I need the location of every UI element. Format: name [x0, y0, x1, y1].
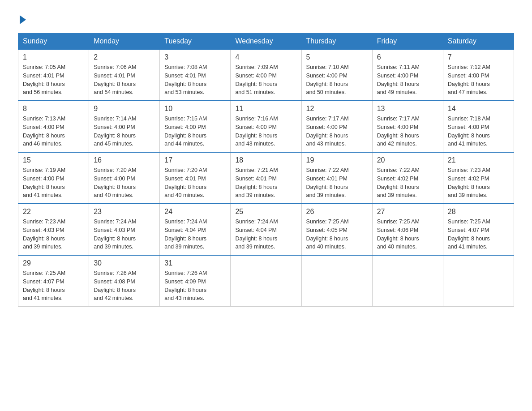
- day-info: Sunrise: 7:23 AMSunset: 4:02 PMDaylight:…: [448, 166, 509, 200]
- day-info: Sunrise: 7:06 AMSunset: 4:01 PMDaylight:…: [94, 63, 155, 97]
- calendar-cell: 2 Sunrise: 7:06 AMSunset: 4:01 PMDayligh…: [89, 49, 160, 101]
- calendar-cell: 22 Sunrise: 7:23 AMSunset: 4:03 PMDaylig…: [18, 204, 89, 255]
- day-info: Sunrise: 7:20 AMSunset: 4:00 PMDaylight:…: [94, 166, 155, 200]
- weekday-header-wednesday: Wednesday: [231, 34, 301, 50]
- weekday-header-thursday: Thursday: [301, 34, 372, 50]
- day-info: Sunrise: 7:09 AMSunset: 4:00 PMDaylight:…: [235, 63, 296, 97]
- day-number: 29: [23, 259, 84, 267]
- calendar-cell: 28 Sunrise: 7:25 AMSunset: 4:07 PMDaylig…: [443, 204, 514, 255]
- weekday-header-friday: Friday: [372, 34, 443, 50]
- calendar-cell: 7 Sunrise: 7:12 AMSunset: 4:00 PMDayligh…: [443, 49, 514, 101]
- day-number: 12: [306, 105, 368, 113]
- calendar-cell: 26 Sunrise: 7:25 AMSunset: 4:05 PMDaylig…: [301, 204, 372, 255]
- day-number: 15: [23, 156, 84, 164]
- day-info: Sunrise: 7:15 AMSunset: 4:00 PMDaylight:…: [164, 115, 226, 148]
- calendar-cell: 3 Sunrise: 7:08 AMSunset: 4:01 PMDayligh…: [160, 49, 231, 101]
- day-info: Sunrise: 7:21 AMSunset: 4:01 PMDaylight:…: [235, 166, 296, 200]
- calendar-cell: [301, 255, 372, 307]
- day-number: 20: [377, 156, 438, 164]
- day-info: Sunrise: 7:24 AMSunset: 4:04 PMDaylight:…: [164, 218, 226, 251]
- calendar-table: SundayMondayTuesdayWednesdayThursdayFrid…: [18, 33, 514, 307]
- day-number: 1: [23, 53, 84, 61]
- day-number: 2: [94, 53, 155, 61]
- calendar-cell: 20 Sunrise: 7:22 AMSunset: 4:02 PMDaylig…: [372, 152, 443, 204]
- day-number: 13: [377, 105, 438, 113]
- day-info: Sunrise: 7:16 AMSunset: 4:00 PMDaylight:…: [235, 115, 296, 148]
- calendar-cell: 14 Sunrise: 7:18 AMSunset: 4:00 PMDaylig…: [443, 101, 514, 152]
- day-number: 25: [235, 208, 296, 216]
- calendar-cell: 11 Sunrise: 7:16 AMSunset: 4:00 PMDaylig…: [231, 101, 301, 152]
- day-number: 3: [164, 53, 226, 61]
- day-number: 26: [306, 208, 368, 216]
- page-header: [18, 13, 514, 24]
- calendar-cell: 21 Sunrise: 7:23 AMSunset: 4:02 PMDaylig…: [443, 152, 514, 204]
- day-info: Sunrise: 7:13 AMSunset: 4:00 PMDaylight:…: [23, 115, 84, 148]
- calendar-cell: 25 Sunrise: 7:24 AMSunset: 4:04 PMDaylig…: [231, 204, 301, 255]
- day-number: 11: [235, 105, 296, 113]
- calendar-cell: [372, 255, 443, 307]
- day-info: Sunrise: 7:22 AMSunset: 4:01 PMDaylight:…: [306, 166, 368, 200]
- calendar-cell: 1 Sunrise: 7:05 AMSunset: 4:01 PMDayligh…: [18, 49, 89, 101]
- day-info: Sunrise: 7:24 AMSunset: 4:03 PMDaylight:…: [94, 218, 155, 251]
- day-number: 19: [306, 156, 368, 164]
- day-number: 8: [23, 105, 84, 113]
- day-number: 31: [164, 259, 226, 267]
- day-info: Sunrise: 7:25 AMSunset: 4:07 PMDaylight:…: [448, 218, 509, 251]
- day-info: Sunrise: 7:10 AMSunset: 4:00 PMDaylight:…: [306, 63, 368, 97]
- calendar-week-row: 8 Sunrise: 7:13 AMSunset: 4:00 PMDayligh…: [18, 101, 514, 152]
- day-info: Sunrise: 7:22 AMSunset: 4:02 PMDaylight:…: [377, 166, 438, 200]
- calendar-cell: 29 Sunrise: 7:25 AMSunset: 4:07 PMDaylig…: [18, 255, 89, 307]
- calendar-cell: [443, 255, 514, 307]
- day-info: Sunrise: 7:14 AMSunset: 4:00 PMDaylight:…: [94, 115, 155, 148]
- calendar-cell: 18 Sunrise: 7:21 AMSunset: 4:01 PMDaylig…: [231, 152, 301, 204]
- day-info: Sunrise: 7:19 AMSunset: 4:00 PMDaylight:…: [23, 166, 84, 200]
- day-info: Sunrise: 7:25 AMSunset: 4:06 PMDaylight:…: [377, 218, 438, 251]
- logo-arrow-icon: [20, 15, 26, 24]
- day-info: Sunrise: 7:18 AMSunset: 4:00 PMDaylight:…: [448, 115, 509, 148]
- weekday-header-tuesday: Tuesday: [160, 34, 231, 50]
- calendar-cell: 10 Sunrise: 7:15 AMSunset: 4:00 PMDaylig…: [160, 101, 231, 152]
- weekday-header-sunday: Sunday: [18, 34, 89, 50]
- calendar-cell: 9 Sunrise: 7:14 AMSunset: 4:00 PMDayligh…: [89, 101, 160, 152]
- weekday-header-monday: Monday: [89, 34, 160, 50]
- calendar-cell: 12 Sunrise: 7:17 AMSunset: 4:00 PMDaylig…: [301, 101, 372, 152]
- day-number: 27: [377, 208, 438, 216]
- day-info: Sunrise: 7:17 AMSunset: 4:00 PMDaylight:…: [377, 115, 438, 148]
- day-number: 16: [94, 156, 155, 164]
- day-info: Sunrise: 7:25 AMSunset: 4:05 PMDaylight:…: [306, 218, 368, 251]
- day-number: 17: [164, 156, 226, 164]
- day-info: Sunrise: 7:24 AMSunset: 4:04 PMDaylight:…: [235, 218, 296, 251]
- calendar-cell: 19 Sunrise: 7:22 AMSunset: 4:01 PMDaylig…: [301, 152, 372, 204]
- calendar-cell: 13 Sunrise: 7:17 AMSunset: 4:00 PMDaylig…: [372, 101, 443, 152]
- calendar-cell: 24 Sunrise: 7:24 AMSunset: 4:04 PMDaylig…: [160, 204, 231, 255]
- calendar-cell: 4 Sunrise: 7:09 AMSunset: 4:00 PMDayligh…: [231, 49, 301, 101]
- day-info: Sunrise: 7:08 AMSunset: 4:01 PMDaylight:…: [164, 63, 226, 97]
- day-info: Sunrise: 7:17 AMSunset: 4:00 PMDaylight:…: [306, 115, 368, 148]
- day-number: 18: [235, 156, 296, 164]
- day-number: 6: [377, 53, 438, 61]
- day-number: 21: [448, 156, 509, 164]
- day-number: 10: [164, 105, 226, 113]
- calendar-cell: 17 Sunrise: 7:20 AMSunset: 4:01 PMDaylig…: [160, 152, 231, 204]
- calendar-cell: 30 Sunrise: 7:26 AMSunset: 4:08 PMDaylig…: [89, 255, 160, 307]
- day-info: Sunrise: 7:23 AMSunset: 4:03 PMDaylight:…: [23, 218, 84, 251]
- calendar-week-row: 15 Sunrise: 7:19 AMSunset: 4:00 PMDaylig…: [18, 152, 514, 204]
- calendar-cell: 31 Sunrise: 7:26 AMSunset: 4:09 PMDaylig…: [160, 255, 231, 307]
- day-number: 23: [94, 208, 155, 216]
- day-number: 28: [448, 208, 509, 216]
- day-info: Sunrise: 7:20 AMSunset: 4:01 PMDaylight:…: [164, 166, 226, 200]
- day-number: 30: [94, 259, 155, 267]
- calendar-cell: 23 Sunrise: 7:24 AMSunset: 4:03 PMDaylig…: [89, 204, 160, 255]
- day-info: Sunrise: 7:26 AMSunset: 4:09 PMDaylight:…: [164, 269, 226, 303]
- calendar-cell: [231, 255, 301, 307]
- logo: [18, 13, 26, 24]
- calendar-cell: 8 Sunrise: 7:13 AMSunset: 4:00 PMDayligh…: [18, 101, 89, 152]
- calendar-cell: 5 Sunrise: 7:10 AMSunset: 4:00 PMDayligh…: [301, 49, 372, 101]
- day-number: 7: [448, 53, 509, 61]
- day-number: 4: [235, 53, 296, 61]
- day-info: Sunrise: 7:25 AMSunset: 4:07 PMDaylight:…: [23, 269, 84, 303]
- day-number: 14: [448, 105, 509, 113]
- day-info: Sunrise: 7:05 AMSunset: 4:01 PMDaylight:…: [23, 63, 84, 97]
- calendar-week-row: 22 Sunrise: 7:23 AMSunset: 4:03 PMDaylig…: [18, 204, 514, 255]
- calendar-cell: 15 Sunrise: 7:19 AMSunset: 4:00 PMDaylig…: [18, 152, 89, 204]
